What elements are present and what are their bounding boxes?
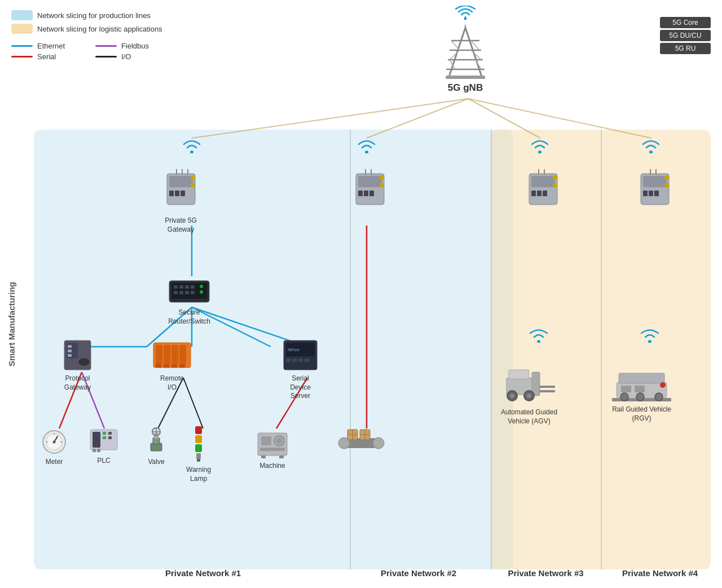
- secure-router-label: SecureRouter/Switch: [168, 308, 210, 326]
- svg-rect-42: [175, 191, 179, 196]
- legend-production: Network slicing for production lines: [11, 10, 162, 20]
- plc-label: PLC: [97, 457, 110, 465]
- net3-wifi: [527, 135, 552, 156]
- serial-line-icon: [11, 56, 33, 58]
- remote-io-icon: [152, 338, 192, 372]
- svg-rect-67: [164, 345, 170, 365]
- svg-rect-77: [286, 359, 290, 362]
- tower-area: 5G gNB: [440, 6, 491, 94]
- svg-point-57: [200, 285, 203, 288]
- router-icon: [168, 275, 210, 306]
- conveyor-icon: [337, 423, 385, 454]
- meter-device: Meter: [41, 428, 68, 466]
- legend-logistics: Network slicing for logistic application…: [11, 24, 162, 34]
- rgv-device: Rail Guided Vehicle(RGV): [612, 361, 671, 423]
- net2-gateway-device: [351, 169, 388, 214]
- net4-label: Private Network #4: [604, 568, 716, 578]
- svg-rect-104: [195, 435, 202, 443]
- serial-device-server-label: SerialDeviceServer: [290, 374, 311, 401]
- legend-serial: Serial: [11, 52, 78, 61]
- divider-net1-net2: [350, 130, 351, 569]
- svg-point-84: [53, 441, 56, 444]
- svg-point-64: [78, 358, 90, 366]
- svg-rect-120: [364, 191, 368, 196]
- svg-rect-145: [539, 390, 555, 392]
- svg-rect-91: [103, 436, 106, 439]
- svg-rect-54: [179, 291, 183, 294]
- secure-router-device: SecureRouter/Switch: [168, 275, 210, 326]
- svg-rect-52: [191, 285, 195, 289]
- net4-gateway-device: [636, 169, 673, 214]
- svg-rect-63: [68, 354, 72, 357]
- svg-rect-41: [169, 191, 174, 196]
- svg-rect-138: [537, 191, 542, 196]
- svg-rect-51: [185, 285, 189, 289]
- svg-point-35: [537, 340, 540, 343]
- svg-rect-80: [305, 359, 309, 362]
- machine-icon: [256, 428, 289, 459]
- gnb-ducu-box: 5G DU/CU: [660, 30, 711, 41]
- svg-rect-89: [93, 432, 100, 448]
- main-container: Network slicing for production lines Net…: [0, 0, 722, 588]
- svg-rect-109: [261, 436, 271, 445]
- tower-svg: [440, 25, 491, 81]
- net1-label: Private Network #1: [45, 568, 361, 578]
- private5g-gateway-device: Private 5GGateway: [162, 169, 199, 234]
- svg-rect-168: [635, 386, 645, 392]
- svg-point-148: [510, 394, 514, 398]
- svg-rect-113: [261, 456, 266, 458]
- plc-device: PLC: [89, 427, 118, 465]
- svg-point-117: [380, 175, 384, 180]
- svg-rect-114: [279, 456, 284, 458]
- svg-rect-50: [179, 285, 183, 289]
- tower-label: 5G gNB: [448, 82, 483, 94]
- legend-production-box: [11, 10, 33, 20]
- svg-rect-62: [68, 350, 72, 352]
- svg-rect-112: [260, 448, 285, 451]
- svg-rect-61: [68, 345, 72, 348]
- svg-point-153: [664, 175, 669, 180]
- remote-io-device: RemoteI/O: [152, 338, 192, 392]
- svg-rect-134: [531, 176, 555, 187]
- svg-rect-139: [543, 191, 547, 196]
- svg-point-58: [200, 290, 203, 294]
- protocol-gw-icon: [62, 338, 93, 372]
- remote-io-label: RemoteI/O: [160, 374, 184, 392]
- net4-wifi: [639, 135, 663, 156]
- tower-wifi-icon: [455, 6, 476, 24]
- machine-device: Machine: [256, 428, 289, 470]
- agv-wifi: [527, 327, 550, 345]
- svg-rect-55: [185, 291, 189, 294]
- net4-gateway-icon: [636, 169, 673, 214]
- gateway5g-icon: [162, 169, 199, 214]
- svg-rect-71: [164, 364, 169, 368]
- net1-wifi: [179, 135, 204, 156]
- svg-rect-56: [191, 291, 195, 294]
- svg-point-136: [553, 183, 557, 187]
- svg-rect-69: [179, 345, 186, 365]
- rgv-wifi: [639, 327, 661, 345]
- legend-fieldbus: Fieldbus: [95, 42, 162, 50]
- svg-point-31: [190, 151, 193, 153]
- svg-point-164: [636, 393, 644, 401]
- svg-rect-152: [643, 176, 667, 187]
- svg-point-149: [527, 394, 531, 398]
- svg-rect-167: [621, 386, 631, 392]
- net2-label: Private Network #2: [351, 568, 486, 578]
- legend-io: I/O: [95, 52, 162, 61]
- svg-rect-150: [509, 370, 529, 379]
- protocol-gateway-device: ProtocolGateway: [62, 338, 93, 392]
- svg-rect-106: [196, 453, 201, 459]
- svg-point-163: [620, 393, 628, 401]
- serial-server-icon: NPort: [282, 338, 319, 372]
- warning-lamp-icon: [191, 424, 206, 463]
- svg-point-111: [276, 438, 282, 444]
- gnb-core-box: 5G Core: [660, 17, 711, 28]
- svg-point-166: [660, 382, 666, 388]
- svg-text:NPort: NPort: [288, 347, 300, 352]
- valve-device: Valve: [143, 427, 170, 466]
- io-label: I/O: [121, 52, 131, 61]
- divider-net2-net3: [491, 130, 492, 569]
- svg-rect-94: [93, 449, 96, 452]
- svg-rect-155: [643, 191, 648, 196]
